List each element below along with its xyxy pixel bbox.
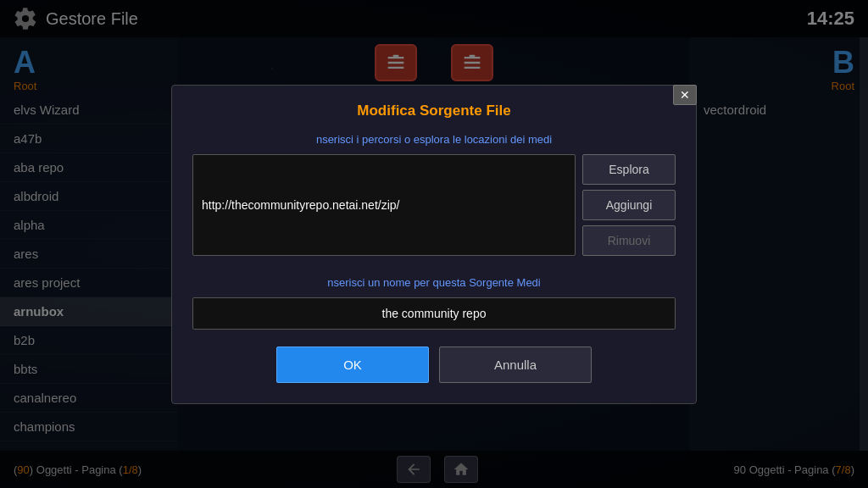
add-button[interactable]: Aggiungi bbox=[582, 190, 676, 220]
cancel-button[interactable]: Annulla bbox=[439, 347, 592, 383]
modal-dialog: ✕ Modifica Sorgente File nserisci i perc… bbox=[171, 85, 697, 404]
name-input[interactable] bbox=[192, 297, 676, 330]
remove-button[interactable]: Rimuovi bbox=[582, 225, 676, 256]
explore-button[interactable]: Esplora bbox=[582, 154, 676, 185]
modal-close-button[interactable]: ✕ bbox=[673, 85, 697, 105]
modal-url-row: Esplora Aggiungi Rimuovi bbox=[192, 154, 676, 256]
url-input[interactable] bbox=[192, 154, 576, 256]
modal-title: Modifica Sorgente File bbox=[192, 103, 676, 119]
modal-actions: OK Annulla bbox=[192, 347, 676, 383]
modal-url-hint: nserisci i percorsi o esplora le locazio… bbox=[192, 133, 676, 146]
modal-name-hint: nserisci un nome per questa Sorgente Med… bbox=[192, 276, 676, 289]
modal-btn-col: Esplora Aggiungi Rimuovi bbox=[582, 154, 676, 256]
ok-button[interactable]: OK bbox=[276, 347, 429, 383]
modal-overlay: ✕ Modifica Sorgente File nserisci i perc… bbox=[0, 0, 868, 488]
